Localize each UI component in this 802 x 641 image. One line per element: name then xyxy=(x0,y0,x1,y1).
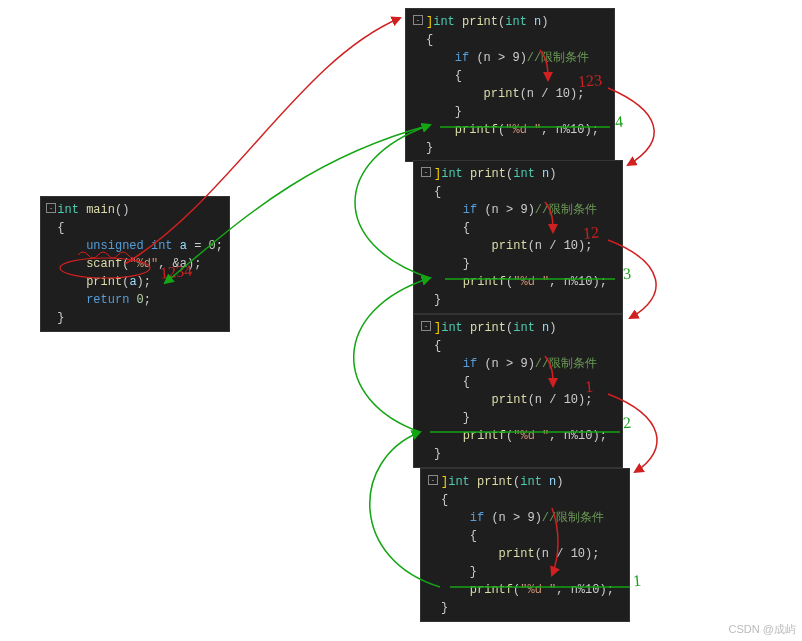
fold-icon: - xyxy=(421,321,431,331)
recurse-line: print(n / 10); xyxy=(426,85,599,103)
hand-red-3: 1 xyxy=(584,378,594,397)
hand-label-main: 1234 xyxy=(159,262,192,283)
if-line: if (n > 9)//限制条件 xyxy=(426,49,599,67)
fold-icon: - xyxy=(428,475,438,485)
hand-red-1: 123 xyxy=(577,71,602,91)
fold-icon: - xyxy=(46,203,56,213)
scanf-line: scanf("%d", &a); xyxy=(57,255,223,273)
watermark: CSDN @成屿 xyxy=(729,622,796,637)
decl-line: unsigned int a = 0; xyxy=(57,237,223,255)
code-box-main: - int main() { unsigned int a = 0; scanf… xyxy=(40,196,230,332)
hand-green-2: 3 xyxy=(622,265,632,284)
hand-red-2: 12 xyxy=(582,223,600,242)
printf-line: printf("%d ", n%10); xyxy=(426,121,599,139)
print-sig: ]int print(int n) xyxy=(426,13,599,31)
fold-icon: - xyxy=(413,15,423,25)
code-box-print-4: - ]int print(int n) { if (n > 9)//限制条件 {… xyxy=(420,468,630,622)
fold-icon: - xyxy=(421,167,431,177)
brace-open: { xyxy=(57,219,223,237)
hand-green-3: 2 xyxy=(622,414,632,433)
return-line: return 0; xyxy=(57,291,223,309)
hand-green-4: 1 xyxy=(632,572,642,591)
hand-green-1: 4 xyxy=(614,113,624,132)
main-sig: int main() xyxy=(57,201,223,219)
brace-close: } xyxy=(57,309,223,327)
print-call-line: print(a); xyxy=(57,273,223,291)
